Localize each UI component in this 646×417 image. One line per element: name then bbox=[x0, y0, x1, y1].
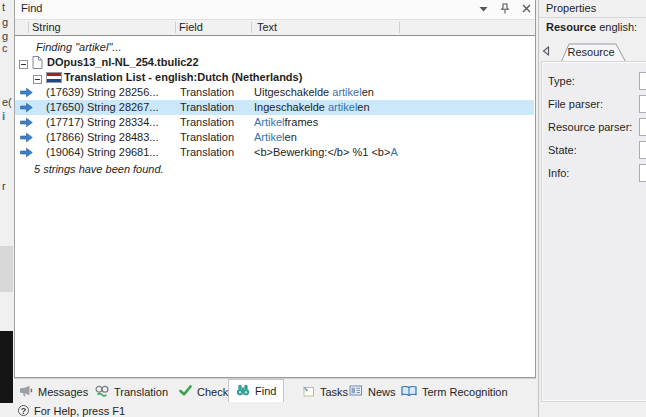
properties-panel-title: Properties bbox=[546, 2, 596, 14]
newspaper-icon bbox=[349, 385, 363, 398]
find-result-row[interactable]: (17866) String 28483...TranslationArtike… bbox=[15, 130, 534, 145]
bottom-tab-bar: Messages Translation Check bbox=[14, 378, 536, 403]
search-match-highlight: Artikel bbox=[254, 131, 285, 143]
column-divider[interactable] bbox=[28, 22, 29, 33]
result-arrow-icon bbox=[20, 147, 33, 162]
tab-label: News bbox=[368, 386, 396, 398]
resource-properties-box: Type: File parser: Resource parser: Stat… bbox=[541, 61, 646, 402]
tab-check[interactable]: Check bbox=[179, 383, 228, 400]
tree-node-file[interactable]: DOpus13_nl-NL_254.tbulic22 bbox=[15, 55, 534, 70]
tab-find[interactable]: Find bbox=[228, 379, 284, 402]
field-label-resource-parser: Resource parser: bbox=[548, 120, 632, 135]
tab-label: Translation bbox=[114, 386, 168, 398]
tree-node-translation-list-label: Translation List - english:Dutch (Nether… bbox=[64, 70, 302, 85]
find-panel-titlebar[interactable]: Find bbox=[15, 0, 535, 19]
tab-label: Find bbox=[255, 385, 276, 397]
panel-menu-dropdown-icon[interactable] bbox=[479, 6, 488, 12]
column-header-field[interactable]: Field bbox=[179, 21, 203, 33]
find-panel: Find String bbox=[14, 0, 536, 378]
clipped-text-fragment: c bbox=[2, 42, 8, 54]
column-divider[interactable] bbox=[175, 22, 176, 33]
result-text-cell: <b>Bewerking:</b> %1 <b>A bbox=[254, 145, 398, 160]
dutch-flag-icon bbox=[46, 72, 62, 83]
column-header-text[interactable]: Text bbox=[257, 21, 277, 33]
clipped-text-fragment: r bbox=[2, 180, 6, 192]
tab-tasks[interactable]: Tasks bbox=[302, 383, 348, 400]
tab-resource[interactable]: Resource bbox=[553, 43, 629, 63]
result-string-cell: (17717) String 28334... bbox=[46, 115, 159, 130]
field-value-file-parser[interactable] bbox=[639, 95, 646, 113]
clipped-text-fragment: t bbox=[2, 1, 5, 13]
search-match-highlight: Artikel bbox=[254, 116, 285, 128]
application-window: t g g c e( i r Find bbox=[0, 0, 646, 417]
properties-tab-strip: Resource bbox=[539, 42, 646, 62]
column-divider[interactable] bbox=[399, 22, 400, 33]
tab-term-recognition[interactable]: Term Recognition bbox=[401, 383, 508, 400]
result-string-cell: (19064) String 29681... bbox=[46, 145, 159, 160]
search-match-highlight: artikel bbox=[332, 86, 361, 98]
field-value-type[interactable] bbox=[639, 72, 646, 90]
field-value-resource-parser[interactable] bbox=[639, 118, 646, 136]
column-header-row[interactable]: String Field Text bbox=[15, 19, 535, 36]
result-text-cell: Artikelen bbox=[254, 130, 297, 145]
result-text-cell: Uitgeschakelde artikelen bbox=[254, 85, 374, 100]
result-field-cell: Translation bbox=[180, 115, 234, 130]
tree-node-translation-list[interactable]: Translation List - english:Dutch (Nether… bbox=[15, 70, 534, 85]
tree-node-file-label: DOpus13_nl-NL_254.tbulic22 bbox=[47, 55, 199, 70]
pin-icon[interactable] bbox=[500, 3, 510, 14]
field-value-info[interactable] bbox=[639, 164, 646, 182]
search-match-highlight: artikel bbox=[328, 101, 357, 113]
clipped-text-fragment: g bbox=[2, 30, 8, 42]
find-panel-title: Find bbox=[21, 2, 42, 14]
result-text-cell: Ingeschakelde artikelen bbox=[254, 100, 370, 115]
finding-status-line: Finding "artikel"... bbox=[15, 40, 534, 55]
check-icon bbox=[179, 385, 192, 398]
tab-label: Term Recognition bbox=[422, 386, 508, 398]
field-value-state[interactable] bbox=[639, 141, 646, 159]
help-icon: ? bbox=[18, 405, 29, 416]
background-gray-block bbox=[0, 246, 13, 292]
close-icon[interactable] bbox=[522, 4, 531, 13]
note-icon bbox=[302, 385, 315, 399]
result-string-cell: (17650) String 28267... bbox=[46, 100, 159, 115]
column-header-string[interactable]: String bbox=[32, 21, 61, 33]
tab-resource-label: Resource bbox=[553, 46, 629, 58]
search-summary-line: 5 strings have been found. bbox=[15, 162, 534, 177]
result-field-cell: Translation bbox=[180, 145, 234, 160]
find-result-row[interactable]: (19064) String 29681...Translation<b>Bew… bbox=[15, 145, 534, 160]
find-result-row[interactable]: (17650) String 28267...TranslationIngesc… bbox=[15, 100, 534, 115]
field-label-state: State: bbox=[548, 143, 577, 158]
field-label-info: Info: bbox=[548, 166, 569, 181]
clipped-text-fragment: e( bbox=[2, 96, 12, 108]
column-divider[interactable] bbox=[251, 22, 252, 33]
tab-scroll-left-icon[interactable] bbox=[542, 46, 550, 58]
tab-messages[interactable]: Messages bbox=[19, 383, 88, 400]
tab-news[interactable]: News bbox=[349, 383, 396, 400]
tab-label: Tasks bbox=[320, 386, 348, 398]
properties-context-label: Resource english: bbox=[546, 21, 637, 33]
binoculars-icon bbox=[236, 384, 250, 398]
result-string-cell: (17866) String 28483... bbox=[46, 130, 159, 145]
result-field-cell: Translation bbox=[180, 130, 234, 145]
background-window-strip: t g g c e( i r bbox=[0, 0, 14, 417]
result-string-cell: (17639) String 28256... bbox=[46, 85, 159, 100]
clipped-text-fragment: g bbox=[2, 16, 8, 28]
tab-label: Messages bbox=[38, 386, 88, 398]
properties-panel-titlebar[interactable]: Properties bbox=[539, 0, 646, 18]
tab-label: Check bbox=[197, 386, 228, 398]
find-result-row[interactable]: (17639) String 28256...TranslationUitges… bbox=[15, 85, 534, 100]
find-result-row[interactable]: (17717) String 28334...TranslationArtike… bbox=[15, 115, 534, 130]
status-bar-text: For Help, press F1 bbox=[34, 405, 125, 417]
result-text-cell: Artikelframes bbox=[254, 115, 318, 130]
megaphone-icon bbox=[19, 385, 33, 399]
open-book-icon bbox=[401, 385, 417, 399]
properties-panel: Properties Resource english: Resource Ty… bbox=[538, 0, 646, 417]
result-field-cell: Translation bbox=[180, 100, 234, 115]
translation-icon bbox=[95, 385, 109, 399]
result-field-cell: Translation bbox=[180, 85, 234, 100]
field-label-type: Type: bbox=[548, 74, 575, 89]
find-results-list[interactable]: Finding "artikel"... DOpus13_nl-NL_254.t… bbox=[15, 36, 535, 377]
search-match-highlight: A bbox=[390, 146, 397, 158]
tab-translation[interactable]: Translation bbox=[95, 383, 168, 400]
clipped-text-fragment: i bbox=[2, 110, 5, 122]
